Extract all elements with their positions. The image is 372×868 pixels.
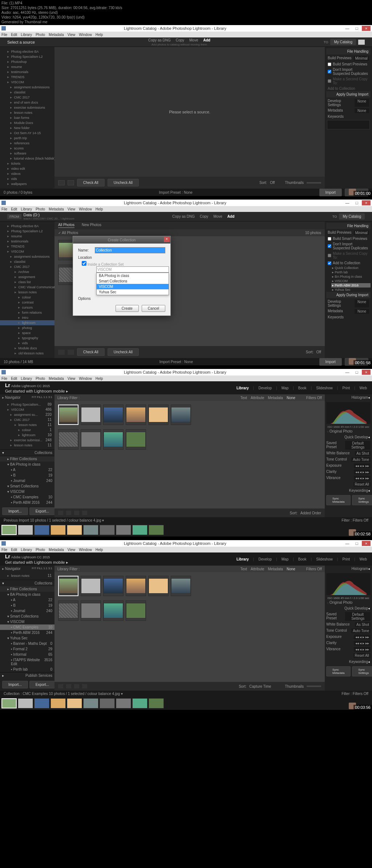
import-button[interactable]: Import... [2, 507, 28, 515]
tree-item[interactable]: ▸ old klesson notes [0, 351, 54, 356]
module-map[interactable]: Map [282, 557, 288, 561]
collection-item[interactable]: ▪ Journal240 [0, 608, 54, 614]
collection-item[interactable]: ▪ CMC Examples10 [0, 494, 54, 500]
module-develop[interactable]: Develop [258, 557, 272, 561]
filmstrip-thumbnail[interactable] [149, 525, 164, 535]
tree-item[interactable]: ▸ classlist [0, 259, 54, 264]
thumbnail[interactable] [104, 407, 123, 422]
tree-item[interactable]: ▸ end of sem docs [0, 100, 54, 105]
tree-item[interactable]: ▸ VISCOM [0, 249, 54, 254]
tree-item[interactable]: ▸ exercise submissions [0, 105, 54, 110]
tree-item[interactable]: ▸ Oct Sem AY 14-15 [0, 130, 54, 136]
survey-view-icon[interactable] [82, 511, 87, 515]
collection-option[interactable]: ▸ Perth ABM 2016 [331, 283, 371, 288]
tree-item[interactable]: ▸ Photog Specialism L2 [0, 54, 54, 59]
thumbnail[interactable] [126, 432, 146, 447]
collection-option[interactable]: ▸ BA Photog in class [331, 274, 371, 279]
uncheck-all-button[interactable]: Uncheck All [108, 179, 139, 186]
filmstrip-thumbnail[interactable] [34, 525, 49, 535]
menu-edit[interactable]: Edit [11, 548, 17, 552]
tree-item[interactable]: ▸ resume [0, 64, 54, 69]
tree-item[interactable]: ▸ CMC 2017 [0, 264, 54, 269]
module-slideshow[interactable]: Slideshow [316, 386, 333, 390]
thumbnail[interactable] [126, 578, 146, 594]
menu-view[interactable]: View [68, 548, 76, 552]
tree-item[interactable]: ▸ Photog Specialism...89 [0, 402, 54, 407]
tree-item[interactable]: ▸ form relations [0, 310, 54, 315]
tree-item[interactable]: ▸ CMC 2017 [0, 95, 54, 100]
thumbnail[interactable] [81, 432, 101, 447]
dialog-close-button[interactable]: × [164, 237, 170, 242]
tree-item[interactable]: ▸ references [0, 141, 54, 146]
module-web[interactable]: Web [360, 386, 367, 390]
collection-item[interactable]: ▪ Formal 229 [0, 646, 54, 652]
grid-view-icon[interactable] [58, 180, 65, 185]
collection-option[interactable]: ▸ Yuhua Sec [331, 288, 371, 292]
tree-item[interactable]: ▸ vids [0, 341, 54, 346]
filmstrip-thumbnail[interactable] [83, 698, 98, 708]
menu-window[interactable]: Window [79, 548, 92, 552]
menu-metadata[interactable]: Metadata [49, 207, 64, 211]
check-all-button[interactable]: Check All [77, 348, 105, 356]
filmstrip-thumbnail[interactable] [116, 525, 131, 535]
dropdown-option[interactable]: VISCOM [97, 284, 169, 289]
menu-library[interactable]: Library [21, 548, 32, 552]
collection-option[interactable]: ▸ VISCOM [331, 279, 371, 283]
sort-value[interactable]: Capture Time [249, 684, 271, 688]
module-book[interactable]: Book [298, 557, 307, 561]
sort-value[interactable]: Added Order [300, 511, 321, 515]
tree-item[interactable]: ▸ Photoshop [0, 59, 54, 64]
filmstrip-thumbnail[interactable] [116, 698, 131, 708]
sync-settings-button[interactable]: Sync Settings [352, 495, 372, 505]
menu-view[interactable]: View [68, 207, 76, 211]
smart-previews-check[interactable] [328, 63, 331, 66]
export-button[interactable]: Export... [29, 507, 55, 515]
menu-file[interactable]: File [1, 33, 7, 37]
collection-item[interactable]: ▾ Smart Collections [0, 614, 54, 619]
menu-window[interactable]: Window [79, 377, 92, 381]
menu-metadata[interactable]: Metadata [49, 33, 64, 37]
maximize-button[interactable]: □ [352, 200, 361, 205]
tree-item[interactable]: ▸ software [0, 151, 54, 156]
menu-library[interactable]: Library [21, 377, 32, 381]
menu-photo[interactable]: Photo [36, 207, 45, 211]
menu-help[interactable]: Help [96, 33, 103, 37]
collection-set-dropdown[interactable]: VISCOM [96, 266, 169, 273]
thumbnail-slider[interactable] [307, 182, 321, 184]
grid-view-icon[interactable] [58, 350, 65, 355]
tree-item[interactable]: ▸ tutorial videos (black hddisk) [0, 156, 54, 161]
module-print[interactable]: Print [342, 386, 350, 390]
tree-item[interactable]: ▸ TRENDS [0, 244, 54, 249]
menu-metadata[interactable]: Metadata [49, 548, 64, 552]
tree-item[interactable]: ▸ space [0, 330, 54, 335]
tree-item[interactable]: ▸ lesson notes [0, 290, 54, 295]
tree-item[interactable]: ▸ classlist [0, 90, 54, 95]
loupe-view-icon[interactable] [66, 511, 71, 515]
collection-item[interactable]: ▪ Perth ABM 2016244 [0, 630, 54, 635]
thumbnail[interactable] [81, 578, 101, 594]
collection-item[interactable]: ▾ Smart Collections [0, 483, 54, 489]
sort-value[interactable]: Off [270, 181, 275, 185]
dont-import-check[interactable] [328, 70, 331, 73]
menu-library[interactable]: Library [21, 207, 32, 211]
tree-item[interactable]: ▸ exercise submissi...248 [0, 438, 54, 443]
tree-item[interactable]: ▸ CMC 201711 [0, 417, 54, 422]
tree-item[interactable]: ▸ TRENDS [0, 75, 54, 80]
tree-item[interactable]: ▸ class list [0, 280, 54, 285]
filmstrip-thumbnail[interactable] [100, 698, 115, 708]
action-copy[interactable]: Copy [176, 38, 184, 42]
collections-header[interactable]: Collections [35, 451, 52, 455]
menu-photo[interactable]: Photo [36, 377, 45, 381]
tree-item[interactable]: ▸ CMC Visual Communication... [0, 285, 54, 290]
collection-name-input[interactable] [95, 247, 165, 253]
get-started-link[interactable]: Get started with Lightroom mobile ▸ [5, 389, 68, 394]
thumbnail[interactable] [58, 432, 78, 447]
filmstrip-thumbnail[interactable] [50, 698, 66, 708]
thumbnail[interactable] [126, 407, 146, 422]
tree-item[interactable]: ▸ wallpapers [0, 181, 54, 186]
tree-item[interactable]: ▸ Photog elective BA [0, 224, 54, 229]
tree-item[interactable]: ▸ VISCOM [0, 80, 54, 85]
menu-file[interactable]: File [1, 207, 7, 211]
import-button[interactable]: Import [319, 189, 342, 196]
module-book[interactable]: Book [298, 386, 307, 390]
